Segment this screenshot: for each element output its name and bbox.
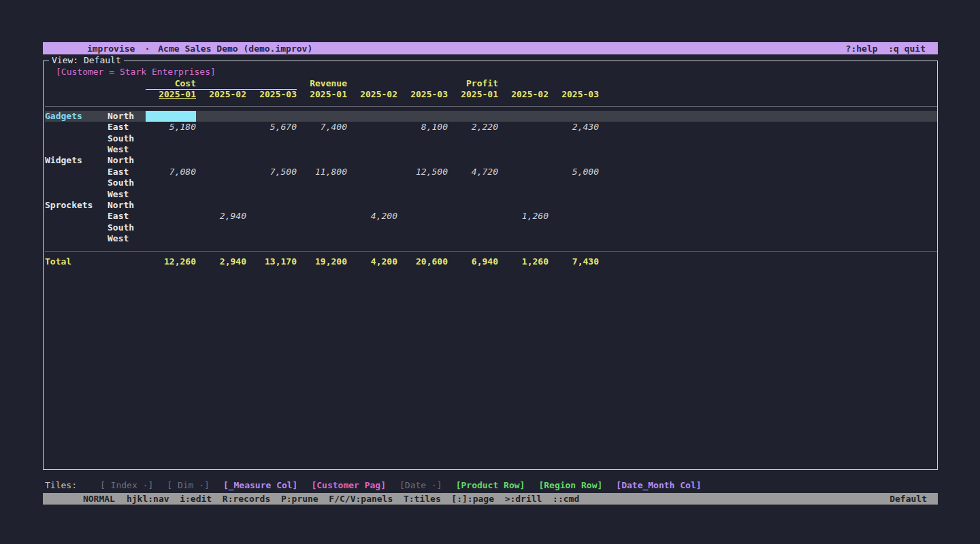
region-cell: South xyxy=(108,222,146,233)
table-row[interactable]: GadgetsNorth xyxy=(45,111,937,122)
table-row[interactable]: West xyxy=(45,144,937,155)
table-row[interactable]: South xyxy=(45,133,937,144)
measure-group-cost[interactable]: Cost xyxy=(146,78,297,90)
product-cell: Widgets xyxy=(45,155,108,166)
measure-group-revenue[interactable]: Revenue xyxy=(297,78,448,89)
status-mode: NORMAL xyxy=(83,494,115,504)
total-value-cell: 19,200 xyxy=(297,256,347,267)
product-cell: Sprockets xyxy=(45,200,108,211)
measure-group-profit[interactable]: Profit xyxy=(448,78,599,89)
table-row[interactable]: East7,0807,50011,80012,5004,7205,000 xyxy=(45,167,937,177)
measure-label: Revenue xyxy=(297,78,347,89)
region-cell: West xyxy=(108,233,146,244)
measure-header-row: CostRevenueProfit xyxy=(45,78,937,89)
table-row[interactable]: South xyxy=(45,222,937,233)
header-separator xyxy=(45,106,937,107)
value-cell[interactable]: 5,180 xyxy=(146,122,196,133)
title-bar: improvise·Acme Sales Demo (demo.improv) … xyxy=(43,42,938,54)
value-cell[interactable]: 5,670 xyxy=(246,122,297,133)
total-row: Total12,2602,94013,17019,2004,20020,6006… xyxy=(45,256,937,267)
tile-date-month-col[interactable]: [Date_Month Col] xyxy=(616,479,701,491)
value-cell[interactable]: 8,100 xyxy=(397,122,448,133)
total-value-cell: 1,260 xyxy=(498,256,549,267)
col-header[interactable]: 2025-01 xyxy=(297,89,347,100)
col-header[interactable]: 2025-02 xyxy=(196,89,246,100)
document-title: Acme Sales Demo (demo.improv) xyxy=(158,44,312,54)
value-cell[interactable]: 5,000 xyxy=(549,167,599,177)
region-cell: North xyxy=(108,111,146,122)
col-header[interactable]: 2025-02 xyxy=(498,89,549,100)
total-value-cell: 2,940 xyxy=(196,256,246,267)
total-separator xyxy=(45,251,937,252)
table-row[interactable]: South xyxy=(45,177,937,188)
status-bar: NORMALhjkl:nav i:edit R:records P:prune … xyxy=(43,493,938,505)
value-cell[interactable]: 12,500 xyxy=(397,167,448,177)
value-cell[interactable]: 11,800 xyxy=(297,167,347,177)
months-header-row: 2025-012025-022025-032025-012025-022025-… xyxy=(45,89,937,100)
value-cell[interactable]: 7,080 xyxy=(146,167,196,177)
value-cell[interactable]: 2,940 xyxy=(196,211,246,222)
pivot-total: Total12,2602,94013,17019,2004,20020,6006… xyxy=(45,256,937,267)
region-cell: East xyxy=(108,167,146,177)
value-cell[interactable]: 1,260 xyxy=(498,211,549,222)
table-row[interactable]: West xyxy=(45,189,937,200)
total-value-cell: 13,170 xyxy=(246,256,297,267)
table-row[interactable]: WidgetsNorth xyxy=(45,155,937,166)
total-value-cell: 4,200 xyxy=(347,256,397,267)
region-cell: East xyxy=(108,211,146,222)
status-keybindings: hjkl:nav i:edit R:records P:prune F/C/V:… xyxy=(127,494,579,504)
value-cell[interactable]: 2,430 xyxy=(549,122,599,133)
pivot-body: GadgetsNorthEast5,1805,6707,4008,1002,22… xyxy=(45,111,937,245)
value-cell[interactable]: 7,400 xyxy=(297,122,347,133)
total-label-cell: Total xyxy=(45,256,108,267)
title-separator-dot: · xyxy=(144,44,150,54)
col-header[interactable]: 2025-03 xyxy=(246,89,297,100)
measure-label: Profit xyxy=(448,78,498,89)
table-row[interactable]: SprocketsNorth xyxy=(45,200,937,211)
region-cell: South xyxy=(108,133,146,144)
col-header[interactable]: 2025-01 xyxy=(146,89,196,100)
value-cell[interactable]: 4,720 xyxy=(448,167,498,177)
table-row[interactable]: West xyxy=(45,233,937,244)
col-header[interactable]: 2025-03 xyxy=(549,89,599,100)
region-cell: West xyxy=(108,189,146,200)
region-cell: North xyxy=(108,155,146,166)
measure-label: Cost xyxy=(146,78,196,89)
view-panel: View: Default [Customer = Stark Enterpri… xyxy=(43,61,938,470)
filter-chip[interactable]: [Customer = Stark Enterprises] xyxy=(45,66,937,78)
col-header[interactable]: 2025-03 xyxy=(397,89,448,100)
app-window: improvise·Acme Sales Demo (demo.improv) … xyxy=(43,42,938,505)
pivot-table: CostRevenueProfit 2025-012025-022025-032… xyxy=(45,78,937,268)
help-quit-hint[interactable]: ?:help :q quit xyxy=(846,44,926,54)
region-cell: North xyxy=(108,200,146,211)
region-cell: West xyxy=(108,144,146,155)
product-cell: Gadgets xyxy=(45,111,108,122)
value-cell[interactable]: 2,220 xyxy=(448,122,498,133)
app-name: improvise xyxy=(87,44,135,54)
table-row[interactable]: East2,9404,2001,260 xyxy=(45,211,937,222)
status-left: NORMALhjkl:nav i:edit R:records P:prune … xyxy=(51,483,579,514)
status-view-name: Default xyxy=(889,494,927,504)
region-cell: South xyxy=(108,177,146,188)
total-value-cell: 7,430 xyxy=(549,256,599,267)
col-header[interactable]: 2025-01 xyxy=(448,89,498,100)
table-row[interactable]: East5,1805,6707,4008,1002,2202,430 xyxy=(45,122,937,133)
total-value-cell: 6,940 xyxy=(448,256,498,267)
view-name-label: View: Default xyxy=(49,55,124,65)
value-cell[interactable]: 4,200 xyxy=(347,211,397,222)
value-cell[interactable] xyxy=(146,111,196,122)
total-value-cell: 12,260 xyxy=(146,256,196,267)
region-cell: East xyxy=(108,122,146,133)
col-header[interactable]: 2025-02 xyxy=(347,89,397,100)
value-cell[interactable]: 7,500 xyxy=(246,167,297,177)
total-value-cell: 20,600 xyxy=(397,256,448,267)
